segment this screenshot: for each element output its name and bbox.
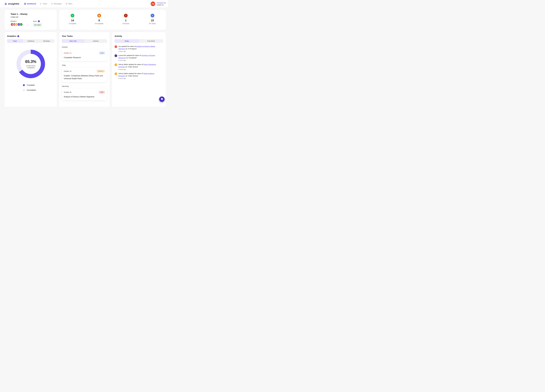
donut-legend: Complete Incomplete — [23, 84, 54, 91]
status-column: Status On Track — [33, 20, 42, 27]
completion-caption: of Task Points Completed — [24, 65, 38, 69]
brand[interactable]: ensightful — [4, 2, 19, 5]
stat-label: Complete — [69, 23, 76, 25]
user-name: Georgina W. — [157, 2, 166, 4]
your-tasks-tabs: Main Task Subtask — [62, 39, 107, 43]
legend-label: Incomplete — [27, 89, 36, 91]
completion-donut-chart: 65.3% of Task Points Completed — [16, 50, 45, 78]
legend-dot — [23, 89, 25, 91]
chat-fab-button[interactable] — [159, 96, 165, 102]
dashboard-grid-icon — [24, 3, 26, 5]
legend-item-incomplete: Incomplete — [23, 89, 54, 91]
team-title: Team 1 – Disney — [11, 13, 51, 15]
stat-incomplete: 8 Incomplete — [86, 14, 113, 30]
activity-tabs: Today Past Week — [115, 39, 163, 43]
tab-past-week[interactable]: Past Week — [139, 39, 163, 43]
nav-item-tasks[interactable]: Tasks — [40, 3, 47, 5]
tab-today[interactable]: Today — [115, 39, 139, 43]
task-list-icon — [40, 3, 42, 5]
task-card-upcoming[interactable]: October 30 High Analysis of Disney’s Mar… — [62, 89, 107, 100]
stat-value: 14 — [71, 19, 74, 22]
activity-avatar: JW — [115, 72, 117, 75]
main-nav: Dashboard Tasks Messages — [24, 3, 72, 5]
activity-timestamp: 6 hours ago — [118, 78, 161, 79]
activity-list: GW You updated the status of Analysis of… — [115, 45, 163, 79]
activity-item: JW Johnny Walsh updated the status of Ta… — [115, 72, 163, 79]
chat-bubble-outline-icon — [51, 3, 53, 5]
stat-value: 1 — [125, 19, 127, 22]
nav-label: More — [68, 3, 72, 5]
exclamation-circle-icon — [124, 14, 128, 18]
analytics-tabs: Team Individual Workload — [7, 39, 54, 43]
task-section-heading: Upcoming — [62, 85, 107, 87]
hamburger-menu-icon — [66, 3, 68, 5]
tab-individual[interactable]: Individual — [23, 39, 39, 43]
task-card-overdue[interactable]: October 13 Low Competitor Research — [62, 49, 107, 61]
stat-label: Incomplete — [95, 23, 103, 25]
analytics-title: Analytics — [7, 35, 16, 37]
activity-text: Louisa Kirk updated the status of Summar… — [118, 54, 161, 59]
user-course: COMM 101 — [157, 4, 166, 6]
tab-main-task[interactable]: Main Task — [62, 39, 84, 43]
brand-name: ensightful — [8, 2, 19, 5]
task-due-date: October 30 — [64, 91, 71, 93]
status-label: Status — [33, 20, 37, 22]
nav-label: Messages — [54, 3, 62, 5]
team-summary-card: Team 1 – Disney COMM 390 Members OM GW J… — [5, 10, 57, 30]
ensightful-logo-icon — [4, 2, 7, 5]
stat-value: 23 — [151, 19, 154, 22]
your-tasks-card: Your Tasks Main Task Subtask Overdue Oct… — [59, 32, 110, 107]
activity-card: Activity Today Past Week GW You updated … — [112, 32, 166, 107]
chat-bubble-icon — [161, 98, 163, 101]
legend-dot — [23, 84, 25, 86]
task-section-heading: Today — [62, 64, 107, 66]
your-tasks-title: Your Tasks — [62, 35, 107, 37]
check-circle-icon — [71, 14, 74, 18]
nav-item-more[interactable]: More — [66, 3, 72, 5]
nav-item-messages[interactable]: Messages — [51, 3, 62, 5]
tab-subtask[interactable]: Subtask — [84, 39, 107, 43]
analytics-card: Analytics Team Individual Workload 65.3%… — [5, 32, 57, 107]
stat-label: All Tasks — [149, 23, 156, 25]
stat-overdue: 1 Overdue — [112, 14, 139, 30]
task-title[interactable]: Competitor Research — [64, 56, 105, 59]
team-course: COMM 390 — [11, 16, 51, 18]
priority-badge: Medium — [96, 70, 105, 73]
members-label: Members — [11, 20, 22, 22]
top-nav-bar: ensightful Dashboard Tasks — [0, 0, 168, 8]
activity-text: You updated the status of Analysis of Di… — [118, 45, 161, 50]
activity-text: Johnny Walsh updated the status of Disne… — [118, 63, 161, 68]
task-section-heading: Overdue — [62, 46, 107, 48]
activity-timestamp: 4 hours ago — [118, 60, 161, 61]
user-avatar[interactable]: GW — [151, 1, 155, 6]
priority-badge: High — [99, 91, 105, 94]
tab-team[interactable]: Team — [7, 39, 23, 43]
completion-percentage: 65.3% — [25, 59, 36, 64]
task-title[interactable]: Analysis of Disney’s Market Segments — [64, 95, 105, 98]
task-due-date: October 18 — [64, 70, 71, 72]
stat-value: 8 — [99, 19, 100, 22]
tab-workload[interactable]: Workload — [39, 39, 54, 43]
task-due-date: October 13 — [64, 52, 71, 54]
activity-item: GW You updated the status of Analysis of… — [115, 45, 163, 52]
stopwatch-icon — [97, 14, 101, 18]
status-badge: On Track — [33, 23, 42, 27]
activity-item: LK Louisa Kirk updated the status of Sum… — [115, 54, 163, 61]
activity-title: Activity — [115, 35, 163, 37]
info-icon[interactable] — [17, 35, 19, 37]
activity-avatar: JW — [115, 63, 117, 66]
task-title[interactable]: Graphic: Comparison Between Disney Parks… — [64, 74, 105, 80]
activity-avatar: GW — [115, 45, 117, 48]
priority-badge: Low — [99, 52, 105, 54]
member-avatar[interactable]: QY — [20, 23, 23, 26]
user-menu[interactable]: GW Georgina W. COMM 101 — [151, 1, 166, 6]
activity-timestamp: 2 hours ago — [118, 50, 161, 52]
task-card-today[interactable]: October 18 Medium Graphic: Comparison Be… — [62, 67, 107, 82]
activity-item: JW Johnny Walsh updated the status of Di… — [115, 63, 163, 70]
nav-label: Dashboard — [27, 3, 36, 5]
stat-all-tasks: 23 All Tasks — [139, 14, 166, 30]
info-icon[interactable] — [38, 20, 40, 22]
nav-item-dashboard[interactable]: Dashboard — [24, 3, 36, 5]
legend-item-complete: Complete — [23, 84, 54, 86]
list-circle-icon — [151, 14, 154, 18]
